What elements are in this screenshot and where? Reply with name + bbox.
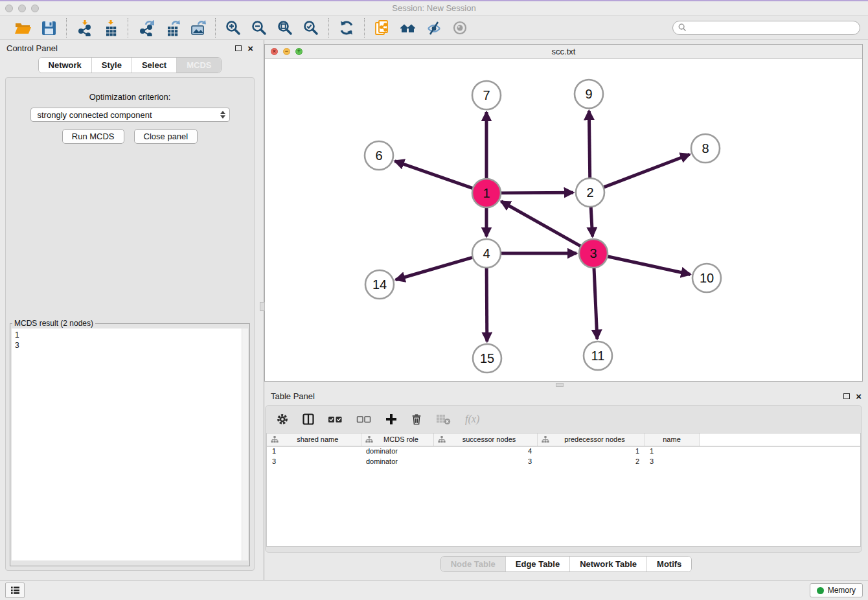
table-cell[interactable]: 3 [267, 456, 361, 467]
zoom-in-icon[interactable] [223, 18, 243, 38]
graph-edge-3-11[interactable] [594, 266, 597, 339]
graph-edge-3-1[interactable] [501, 202, 582, 247]
memory-button[interactable]: Memory [810, 583, 863, 597]
graph-edge-4-14[interactable] [396, 257, 474, 280]
gear-icon[interactable] [276, 411, 289, 428]
horizontal-divider-grip[interactable] [556, 383, 564, 387]
column-header-successor-nodes[interactable]: successor nodes [433, 433, 537, 446]
table-cell-filler [699, 446, 860, 456]
save-session-icon[interactable] [39, 18, 58, 38]
optimization-select[interactable]: strongly connected component [30, 108, 230, 122]
import-table-icon[interactable] [100, 18, 120, 38]
delete-column-icon[interactable] [411, 411, 422, 428]
tab-network[interactable]: Network [39, 58, 91, 73]
hide-selected-icon[interactable] [424, 18, 444, 38]
show-panels-button[interactable] [5, 583, 25, 598]
first-neighbors-icon[interactable] [398, 18, 418, 38]
column-header-shared-name[interactable]: shared name [267, 433, 361, 446]
table-row[interactable]: 3dominator323 [267, 456, 860, 467]
float-panel-icon[interactable] [235, 45, 242, 51]
graph-node-label-7: 7 [483, 88, 490, 102]
table-cell[interactable]: 1 [537, 446, 645, 456]
tab-network-table[interactable]: Network Table [569, 557, 646, 571]
graph-node-label-3: 3 [589, 246, 597, 260]
toolbar-group [364, 18, 477, 38]
refresh-icon[interactable] [337, 18, 356, 38]
add-column-icon[interactable] [385, 411, 398, 428]
network-canvas[interactable]: 7968124314101511 [265, 59, 862, 381]
duplicate-network-icon[interactable] [372, 18, 392, 38]
graph-edge-4-15[interactable] [486, 266, 487, 341]
table-cell[interactable]: 1 [267, 446, 361, 456]
toolbar-icon-groups [5, 18, 477, 38]
unselect-all-icon[interactable] [356, 411, 372, 428]
network-window-titlebar: × − + scc.txt [265, 45, 862, 59]
run-mcds-button[interactable]: Run MCDS [62, 129, 124, 144]
tab-node-table[interactable]: Node Table [441, 557, 505, 571]
export-network-icon[interactable] [136, 18, 155, 38]
table-cell[interactable]: dominator [361, 456, 433, 467]
window-title: Session: New Session [0, 3, 868, 13]
graph-edge-2-3[interactable] [591, 205, 593, 237]
column-header-name[interactable]: name [645, 433, 699, 446]
import-network-icon[interactable] [74, 18, 94, 38]
network-column-icon [542, 435, 549, 443]
horizontal-split-divider[interactable] [264, 382, 868, 388]
zoom-selected-icon[interactable] [301, 18, 321, 38]
close-panel-icon[interactable]: × [247, 43, 253, 53]
optimization-criterion-label: Optimization criterion: [6, 92, 254, 102]
vertical-split-divider[interactable] [260, 40, 264, 580]
select-all-icon[interactable] [328, 411, 343, 428]
table-panel-title: Table Panel [271, 391, 315, 401]
network-graph[interactable]: 7968124314101511 [265, 59, 862, 381]
table-panel-body: f(x) shared nameMCDS rolesuccessor nodes… [265, 405, 862, 553]
columns-icon[interactable] [302, 411, 315, 428]
search-input[interactable] [690, 23, 854, 32]
mcds-result-area[interactable]: 1 3 [12, 329, 248, 560]
mcds-result-group: MCDS result (2 nodes) 1 3 [10, 319, 250, 566]
graph-edge-1-2[interactable] [499, 192, 573, 193]
graph-edge-2-9[interactable] [589, 111, 589, 179]
zoom-fit-icon[interactable] [275, 18, 295, 38]
mcds-result-text: 1 3 [12, 329, 248, 352]
tab-mcds[interactable]: MCDS [176, 58, 221, 73]
show-all-icon[interactable] [450, 18, 470, 38]
tab-motifs[interactable]: Motifs [646, 557, 691, 571]
table-row[interactable]: 1dominator411 [267, 446, 860, 456]
open-session-icon[interactable] [13, 18, 32, 38]
tab-style[interactable]: Style [91, 58, 131, 73]
close-panel-button[interactable]: Close panel [134, 129, 198, 144]
export-image-icon[interactable] [188, 18, 207, 38]
table-cell[interactable]: 3 [645, 456, 699, 467]
column-header-MCDS-role[interactable]: MCDS role [361, 433, 433, 446]
graph-edge-1-6[interactable] [395, 161, 475, 189]
table-cell[interactable]: dominator [361, 446, 433, 456]
table-cell[interactable]: 4 [433, 446, 537, 456]
node-table-header-row: shared nameMCDS rolesuccessor nodesprede… [267, 433, 860, 446]
result-scrollbar[interactable] [242, 329, 248, 560]
graph-edge-2-8[interactable] [602, 154, 690, 188]
app-window: Session: New Session Control Panel × Net… [0, 0, 868, 600]
right-column: × − + scc.txt 7968124314101511 Table Pan… [264, 40, 868, 580]
table-tabs-row: Node TableEdge TableNetwork TableMotifs [264, 553, 868, 575]
tab-select[interactable]: Select [131, 58, 176, 73]
vertical-divider-grip[interactable] [260, 302, 265, 311]
graph-node-label-1: 1 [483, 186, 490, 200]
tab-edge-table[interactable]: Edge Table [505, 557, 569, 571]
table-cell[interactable]: 3 [433, 456, 537, 467]
column-header-predecessor-nodes[interactable]: predecessor nodes [537, 433, 645, 446]
control-panel-tabs-row: NetworkStyleSelectMCDS [0, 57, 260, 73]
table-cell[interactable]: 2 [537, 456, 645, 467]
optimization-select-value: strongly connected component [38, 110, 220, 120]
node-table[interactable]: shared nameMCDS rolesuccessor nodesprede… [267, 433, 860, 467]
export-table-icon[interactable] [162, 18, 181, 38]
graph-edge-3-10[interactable] [606, 256, 691, 274]
table-float-panel-icon[interactable] [843, 393, 850, 399]
toolbar-group [5, 18, 66, 38]
graph-node-label-8: 8 [702, 141, 709, 156]
graph-node-label-11: 11 [591, 349, 605, 363]
zoom-out-icon[interactable] [249, 18, 269, 38]
table-close-panel-icon[interactable]: × [856, 391, 862, 401]
table-cell[interactable]: 1 [645, 446, 699, 456]
search-box[interactable] [672, 21, 860, 35]
